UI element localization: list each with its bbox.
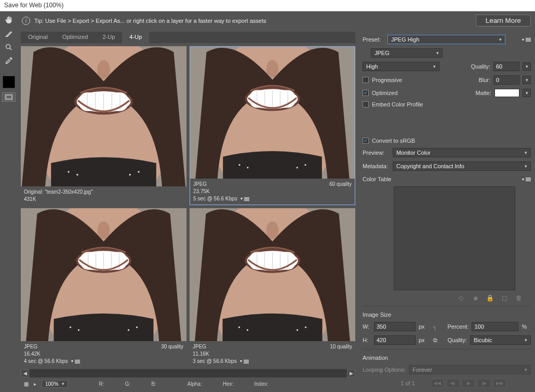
preview-menu-icon[interactable]	[71, 358, 80, 365]
zoom-select[interactable]: 100%▾	[42, 380, 68, 388]
preview-image[interactable]	[190, 208, 355, 341]
color-table-box	[394, 186, 515, 290]
hand-tool-icon[interactable]	[2, 15, 16, 26]
optimized-checkbox[interactable]	[363, 90, 369, 96]
ct-new-icon[interactable]: ▢	[501, 294, 508, 302]
svg-point-28	[266, 60, 278, 77]
tab-optimized[interactable]: Optimized	[55, 32, 96, 43]
width-input[interactable]	[374, 322, 416, 331]
svg-point-17	[138, 171, 139, 172]
embed-profile-checkbox[interactable]	[363, 101, 369, 107]
learn-more-button[interactable]: Learn More	[476, 15, 531, 26]
grid-toggle-icon[interactable]: ▦	[24, 381, 29, 387]
preview-menu-icon[interactable]	[240, 358, 249, 365]
animation-title: Animation	[363, 355, 388, 361]
svg-point-29	[238, 164, 240, 166]
status-hex: Hex:	[223, 381, 234, 387]
preview-size: 431K	[24, 196, 93, 203]
horizontal-scrollbar[interactable]: ◀ ▶	[21, 369, 355, 377]
tab-4up[interactable]: 4-Up	[122, 32, 149, 43]
format-select[interactable]: JPEG▾	[371, 48, 443, 58]
svg-rect-2	[6, 96, 11, 99]
preview-size: 16.42K	[24, 350, 80, 358]
preview-speed: 3 sec @ 56.6 Kbps	[193, 358, 249, 365]
preview-image[interactable]	[190, 47, 355, 179]
preview-menu-icon[interactable]	[240, 195, 249, 202]
metadata-label: Metadata:	[363, 163, 390, 169]
preview-tabs: Original Optimized 2-Up 4-Up	[21, 32, 355, 43]
zoom-tool-icon[interactable]	[2, 42, 16, 53]
matte-swatch[interactable]	[494, 89, 519, 97]
svg-point-62	[305, 327, 306, 328]
preset-menu-icon[interactable]	[522, 37, 531, 42]
quality-level-select[interactable]: High▾	[363, 62, 439, 71]
looping-select: Forever▾	[409, 365, 531, 374]
tip-text: Tip: Use File > Export > Export As... or…	[34, 18, 266, 24]
matte-label: Matte:	[475, 90, 491, 96]
svg-point-0	[6, 45, 10, 49]
resize-quality-label: Quality:	[448, 337, 467, 343]
preview-image[interactable]	[21, 46, 186, 186]
color-table-menu-icon[interactable]	[522, 177, 531, 182]
svg-point-32	[304, 164, 306, 166]
preview-cell-0[interactable]: Original: "team2-350x420.jpg"431K	[21, 46, 186, 205]
link-icon[interactable]: ⧉	[433, 337, 437, 344]
percent-input[interactable]	[472, 322, 518, 331]
tab-original[interactable]: Original	[21, 32, 55, 43]
status-index: Index:	[255, 381, 269, 387]
ct-action-1-icon[interactable]: ◇	[457, 294, 464, 302]
ct-action-2-icon[interactable]: ◈	[472, 294, 479, 302]
svg-point-16	[129, 174, 130, 175]
resize-quality-select[interactable]: Bicubic▾	[470, 335, 531, 345]
tool-column	[0, 11, 18, 392]
width-label: W:	[363, 323, 371, 330]
height-unit: px	[419, 337, 425, 343]
tab-2up[interactable]: 2-Up	[95, 32, 122, 43]
eyedropper-tool-icon[interactable]	[2, 55, 16, 66]
status-g: G:	[125, 381, 131, 387]
metadata-select[interactable]: Copyright and Contact Info▾	[393, 161, 531, 171]
height-label: H:	[363, 337, 371, 343]
preview-cell-1[interactable]: JPEG23.75K5 sec @ 56.6 Kbps60 quality	[190, 46, 355, 205]
anim-play-icon: ▶	[462, 379, 475, 388]
preview-image[interactable]	[21, 208, 186, 341]
anim-prev-icon: ◀|	[446, 379, 460, 388]
quality-label: Quality:	[471, 63, 490, 70]
preset-select[interactable]: JPEG High▾	[387, 35, 505, 44]
preview-mode-label: Preview:	[363, 150, 390, 156]
convert-srgb-label: Convert to sRGB	[372, 138, 415, 144]
convert-srgb-checkbox[interactable]	[363, 138, 369, 144]
info-icon: i	[22, 17, 30, 25]
quality-input[interactable]	[493, 62, 519, 71]
scroll-left-button[interactable]: ◀	[21, 369, 29, 377]
quality-stepper[interactable]: ▾	[523, 62, 531, 71]
blur-input[interactable]	[493, 75, 519, 85]
blur-stepper[interactable]: ▾	[523, 76, 531, 84]
preview-format: Original: "team2-350x420.jpg"	[24, 188, 93, 196]
svg-point-61	[297, 329, 298, 331]
slice-tool-icon[interactable]	[2, 28, 16, 39]
ct-lock-icon[interactable]: 🔒	[486, 294, 493, 302]
svg-point-14	[68, 171, 69, 172]
progressive-checkbox[interactable]	[363, 77, 369, 83]
settings-panel: Preset: JPEG High▾ JPEG▾ High▾ Quality: …	[358, 30, 535, 392]
preview-format: JPEG	[193, 181, 249, 188]
svg-point-45	[78, 329, 79, 331]
preview-cell-3[interactable]: JPEG11.16K3 sec @ 56.6 Kbps10 quality	[190, 208, 355, 367]
color-swatch[interactable]	[3, 76, 15, 88]
preview-mode-select[interactable]: Monitor Color▾	[393, 148, 531, 157]
height-input[interactable]	[374, 335, 416, 345]
matte-stepper[interactable]: ▾	[523, 89, 531, 97]
preview-cell-2[interactable]: JPEG16.42K4 sec @ 56.6 Kbps30 quality	[21, 208, 186, 367]
svg-point-58	[266, 222, 278, 239]
link-top-icon: ┐	[433, 323, 437, 330]
color-table-title: Color Table	[363, 176, 391, 182]
scroll-right-button[interactable]: ▶	[347, 369, 355, 377]
progressive-label: Progressive	[372, 77, 402, 83]
ct-delete-icon[interactable]: 🗑	[515, 294, 523, 302]
toggle-slices-icon[interactable]	[2, 92, 16, 102]
preview-format: JPEG	[24, 343, 80, 350]
image-size-title: Image Size	[363, 312, 391, 318]
preview-toggle-icon[interactable]: ▸	[34, 381, 36, 387]
anim-next-icon: |▶	[477, 379, 491, 388]
